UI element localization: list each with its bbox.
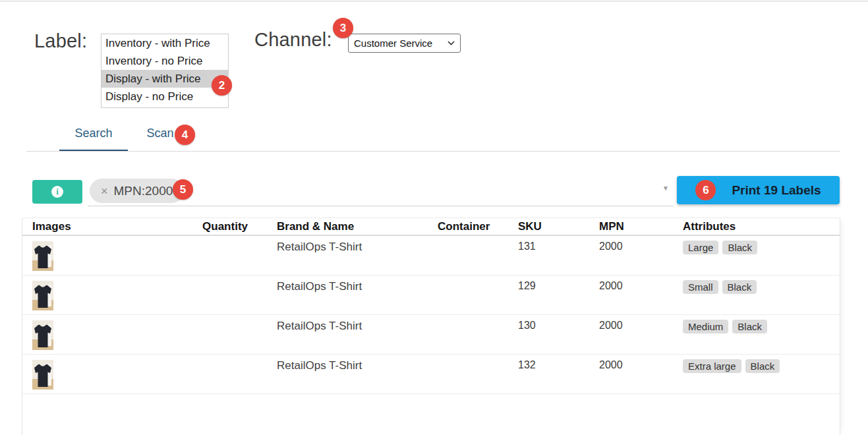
product-image-cell: [32, 278, 192, 310]
product-thumbnail-image: [32, 320, 53, 350]
product-thumbnail-image: [32, 281, 53, 310]
remove-filter-icon[interactable]: ×: [101, 185, 108, 197]
print-labels-label: Print 19 Labels: [732, 183, 821, 198]
attribute-pill: Medium: [683, 320, 728, 334]
product-image-cell: [32, 318, 192, 350]
mpn-cell: 2000: [599, 357, 683, 371]
brand-name-cell: RetailOps T-Shirt: [248, 318, 438, 333]
table-header-row: Images Quantity Brand & Name Container S…: [22, 218, 840, 236]
brand-name-cell: RetailOps T-Shirt: [248, 278, 438, 293]
label-option[interactable]: Inventory - no Price: [101, 52, 228, 70]
quantity-cell: [192, 357, 248, 359]
sku-cell: 132: [518, 357, 599, 371]
label-printing-page: Label: Inventory - with PriceInventory -…: [0, 0, 868, 435]
attribute-pill: Black: [732, 320, 767, 334]
table-body: RetailOps T-Shirt 131 2000 LargeBlack Re…: [22, 236, 840, 394]
filter-tag-label: MPN:2000: [114, 184, 173, 198]
product-image-cell: [32, 357, 192, 390]
container-cell: [438, 239, 518, 241]
table-row[interactable]: RetailOps T-Shirt 131 2000 LargeBlack: [22, 236, 840, 276]
results-table: Images Quantity Brand & Name Container S…: [22, 218, 840, 435]
attribute-pill: Black: [745, 359, 780, 373]
step-badge-2: 2: [212, 75, 232, 96]
col-header-brand-name: Brand & Name: [248, 220, 438, 233]
search-dropdown-caret-icon[interactable]: ▼: [662, 185, 669, 192]
step-badge-6: 6: [695, 180, 716, 200]
product-image-cell: [32, 239, 192, 271]
search-filter-tag[interactable]: × MPN:2000: [90, 179, 184, 203]
attribute-pill: Black: [722, 280, 757, 294]
table-row[interactable]: RetailOps T-Shirt 130 2000 MediumBlack: [22, 315, 840, 355]
attribute-pill: Extra large: [683, 359, 741, 373]
sku-cell: 129: [518, 278, 599, 292]
step-badge-3: 3: [333, 18, 353, 38]
container-cell: [438, 318, 518, 320]
attributes-cell: Extra largeBlack: [683, 357, 840, 373]
sku-cell: 130: [518, 318, 599, 332]
info-icon: i: [51, 186, 63, 198]
col-header-sku: SKU: [518, 220, 599, 233]
top-edge-strip: [0, 0, 868, 2]
mpn-cell: 2000: [599, 278, 683, 292]
attribute-pill: Black: [722, 241, 757, 254]
col-header-mpn: MPN: [599, 220, 683, 233]
attributes-cell: LargeBlack: [683, 239, 840, 254]
col-header-quantity: Quantity: [192, 220, 248, 233]
tabs-divider: [26, 151, 840, 152]
tab-search[interactable]: Search: [59, 127, 128, 152]
brand-name-cell: RetailOps T-Shirt: [248, 239, 438, 254]
chevron-down-icon: [448, 41, 455, 45]
quantity-cell: [192, 239, 248, 241]
step-badge-4: 4: [175, 125, 195, 145]
info-button[interactable]: i: [32, 180, 82, 204]
print-labels-button[interactable]: 6 Print 19 Labels: [677, 176, 840, 204]
col-header-attributes: Attributes: [683, 220, 840, 233]
label-option[interactable]: Display - with Price: [101, 70, 228, 88]
table-row[interactable]: RetailOps T-Shirt 129 2000 SmallBlack: [22, 276, 840, 315]
channel-caption: Channel:: [254, 29, 332, 51]
label-option[interactable]: Display - no Price: [101, 88, 228, 105]
quantity-cell: [192, 278, 248, 280]
product-thumbnail-image: [32, 360, 53, 390]
label-caption: Label:: [34, 30, 87, 52]
channel-select[interactable]: Customer Service: [348, 34, 461, 53]
label-listbox[interactable]: Inventory - with PriceInventory - no Pri…: [101, 34, 229, 108]
col-header-container: Container: [438, 220, 518, 233]
label-option[interactable]: Inventory - with Price: [101, 34, 228, 52]
col-header-images: Images: [32, 220, 192, 233]
step-badge-5: 5: [173, 179, 193, 200]
sku-cell: 131: [518, 239, 599, 252]
table-row[interactable]: RetailOps T-Shirt 132 2000 Extra largeBl…: [22, 355, 840, 394]
attributes-cell: SmallBlack: [683, 278, 840, 294]
attribute-pill: Large: [683, 241, 718, 254]
mpn-cell: 2000: [599, 318, 683, 332]
channel-selected-value: Customer Service: [354, 38, 432, 49]
search-input[interactable]: [88, 206, 674, 206]
container-cell: [438, 357, 518, 359]
attribute-pill: Small: [683, 280, 718, 294]
quantity-cell: [192, 318, 248, 320]
attributes-cell: MediumBlack: [683, 318, 840, 334]
mpn-cell: 2000: [599, 239, 683, 252]
brand-name-cell: RetailOps T-Shirt: [248, 357, 438, 372]
product-thumbnail-image: [32, 241, 53, 271]
container-cell: [438, 278, 518, 280]
